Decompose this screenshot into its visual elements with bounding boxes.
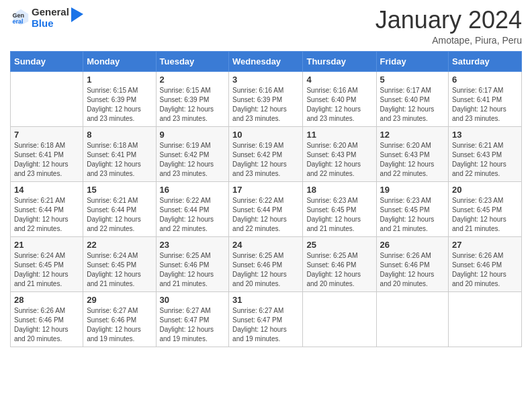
day-number: 9 — [160, 130, 226, 140]
day-number: 6 — [452, 75, 518, 85]
day-number: 2 — [160, 75, 226, 85]
calendar-cell: 16Sunrise: 6:22 AMSunset: 6:44 PMDayligh… — [156, 181, 229, 236]
calendar-week-row: 14Sunrise: 6:21 AMSunset: 6:44 PMDayligh… — [11, 181, 522, 236]
calendar-cell: 23Sunrise: 6:25 AMSunset: 6:46 PMDayligh… — [156, 236, 229, 291]
day-detail: Sunrise: 6:19 AMSunset: 6:42 PMDaylight:… — [232, 142, 287, 177]
calendar-cell: 18Sunrise: 6:23 AMSunset: 6:45 PMDayligh… — [303, 181, 376, 236]
col-thursday: Thursday — [303, 51, 376, 71]
day-number: 11 — [306, 130, 372, 140]
day-detail: Sunrise: 6:26 AMSunset: 6:46 PMDaylight:… — [452, 252, 506, 287]
month-year-title: January 2024 — [375, 7, 522, 34]
calendar-week-row: 21Sunrise: 6:24 AMSunset: 6:45 PMDayligh… — [11, 236, 522, 291]
day-number: 18 — [306, 185, 372, 195]
calendar-cell: 24Sunrise: 6:25 AMSunset: 6:46 PMDayligh… — [229, 236, 303, 291]
svg-marker-4 — [71, 7, 83, 22]
calendar-cell: 10Sunrise: 6:19 AMSunset: 6:42 PMDayligh… — [229, 126, 303, 181]
page: Gen eral General Blue January 2024 Amota… — [0, 0, 532, 411]
calendar-cell: 31Sunrise: 6:27 AMSunset: 6:47 PMDayligh… — [229, 291, 303, 347]
calendar-cell: 3Sunrise: 6:16 AMSunset: 6:39 PMDaylight… — [229, 71, 303, 126]
calendar-week-row: 28Sunrise: 6:26 AMSunset: 6:46 PMDayligh… — [11, 291, 522, 347]
day-detail: Sunrise: 6:18 AMSunset: 6:41 PMDaylight:… — [14, 142, 69, 177]
calendar-cell: 15Sunrise: 6:21 AMSunset: 6:44 PMDayligh… — [83, 181, 156, 236]
calendar-week-row: 7Sunrise: 6:18 AMSunset: 6:41 PMDaylight… — [11, 126, 522, 181]
calendar-cell: 7Sunrise: 6:18 AMSunset: 6:41 PMDaylight… — [11, 126, 83, 181]
day-detail: Sunrise: 6:27 AMSunset: 6:46 PMDaylight:… — [87, 307, 141, 342]
day-number: 30 — [160, 295, 226, 305]
day-detail: Sunrise: 6:22 AMSunset: 6:44 PMDaylight:… — [232, 197, 287, 232]
day-number: 20 — [452, 185, 518, 195]
day-detail: Sunrise: 6:16 AMSunset: 6:39 PMDaylight:… — [232, 87, 287, 122]
calendar-cell: 19Sunrise: 6:23 AMSunset: 6:45 PMDayligh… — [376, 181, 448, 236]
logo: Gen eral General Blue — [10, 7, 83, 29]
day-detail: Sunrise: 6:15 AMSunset: 6:39 PMDaylight:… — [87, 87, 141, 122]
day-detail: Sunrise: 6:20 AMSunset: 6:43 PMDaylight:… — [380, 142, 435, 177]
day-detail: Sunrise: 6:19 AMSunset: 6:42 PMDaylight:… — [160, 142, 214, 177]
calendar-cell: 11Sunrise: 6:20 AMSunset: 6:43 PMDayligh… — [303, 126, 376, 181]
calendar-cell: 1Sunrise: 6:15 AMSunset: 6:39 PMDaylight… — [83, 71, 156, 126]
calendar-cell: 2Sunrise: 6:15 AMSunset: 6:39 PMDaylight… — [156, 71, 229, 126]
day-detail: Sunrise: 6:23 AMSunset: 6:45 PMDaylight:… — [380, 197, 435, 232]
day-detail: Sunrise: 6:26 AMSunset: 6:46 PMDaylight:… — [14, 307, 69, 342]
calendar-week-row: 1Sunrise: 6:15 AMSunset: 6:39 PMDaylight… — [11, 71, 522, 126]
calendar-cell: 29Sunrise: 6:27 AMSunset: 6:46 PMDayligh… — [83, 291, 156, 347]
col-sunday: Sunday — [11, 51, 83, 71]
day-number: 1 — [87, 75, 152, 85]
calendar-cell — [376, 291, 448, 347]
calendar-cell: 25Sunrise: 6:25 AMSunset: 6:46 PMDayligh… — [303, 236, 376, 291]
calendar-cell: 21Sunrise: 6:24 AMSunset: 6:45 PMDayligh… — [11, 236, 83, 291]
calendar-cell: 20Sunrise: 6:23 AMSunset: 6:45 PMDayligh… — [449, 181, 522, 236]
day-number: 29 — [87, 295, 152, 305]
calendar-cell: 9Sunrise: 6:19 AMSunset: 6:42 PMDaylight… — [156, 126, 229, 181]
calendar-cell: 6Sunrise: 6:17 AMSunset: 6:41 PMDaylight… — [449, 71, 522, 126]
day-detail: Sunrise: 6:26 AMSunset: 6:46 PMDaylight:… — [380, 252, 435, 287]
day-number: 14 — [14, 185, 79, 195]
day-number: 3 — [232, 75, 299, 85]
day-detail: Sunrise: 6:17 AMSunset: 6:41 PMDaylight:… — [452, 87, 506, 122]
day-number: 8 — [87, 130, 152, 140]
day-number: 4 — [306, 75, 372, 85]
calendar-table: Sunday Monday Tuesday Wednesday Thursday… — [10, 51, 522, 347]
day-number: 24 — [232, 240, 299, 250]
logo-icon: Gen eral — [11, 7, 30, 26]
col-monday: Monday — [83, 51, 156, 71]
calendar-cell: 12Sunrise: 6:20 AMSunset: 6:43 PMDayligh… — [376, 126, 448, 181]
day-detail: Sunrise: 6:25 AMSunset: 6:46 PMDaylight:… — [232, 252, 287, 287]
day-detail: Sunrise: 6:17 AMSunset: 6:40 PMDaylight:… — [380, 87, 435, 122]
svg-text:eral: eral — [12, 17, 23, 24]
day-number: 23 — [160, 240, 226, 250]
calendar-cell: 26Sunrise: 6:26 AMSunset: 6:46 PMDayligh… — [376, 236, 448, 291]
calendar-cell — [303, 291, 376, 347]
day-number: 13 — [452, 130, 518, 140]
day-detail: Sunrise: 6:20 AMSunset: 6:43 PMDaylight:… — [306, 142, 361, 177]
logo-arrow-icon — [71, 7, 83, 25]
col-friday: Friday — [376, 51, 448, 71]
title-block: January 2024 Amotape, Piura, Peru — [375, 7, 522, 46]
calendar-cell — [449, 291, 522, 347]
calendar-cell: 28Sunrise: 6:26 AMSunset: 6:46 PMDayligh… — [11, 291, 83, 347]
day-detail: Sunrise: 6:16 AMSunset: 6:40 PMDaylight:… — [306, 87, 361, 122]
day-detail: Sunrise: 6:18 AMSunset: 6:41 PMDaylight:… — [87, 142, 141, 177]
day-detail: Sunrise: 6:24 AMSunset: 6:45 PMDaylight:… — [14, 252, 69, 287]
day-detail: Sunrise: 6:21 AMSunset: 6:43 PMDaylight:… — [452, 142, 506, 177]
calendar-cell: 5Sunrise: 6:17 AMSunset: 6:40 PMDaylight… — [376, 71, 448, 126]
day-detail: Sunrise: 6:21 AMSunset: 6:44 PMDaylight:… — [87, 197, 141, 232]
day-detail: Sunrise: 6:25 AMSunset: 6:46 PMDaylight:… — [306, 252, 361, 287]
calendar-cell: 30Sunrise: 6:27 AMSunset: 6:47 PMDayligh… — [156, 291, 229, 347]
col-saturday: Saturday — [449, 51, 522, 71]
calendar-cell: 8Sunrise: 6:18 AMSunset: 6:41 PMDaylight… — [83, 126, 156, 181]
col-wednesday: Wednesday — [229, 51, 303, 71]
calendar-cell: 4Sunrise: 6:16 AMSunset: 6:40 PMDaylight… — [303, 71, 376, 126]
logo-blue: Blue — [32, 18, 69, 30]
calendar-cell: 22Sunrise: 6:24 AMSunset: 6:45 PMDayligh… — [83, 236, 156, 291]
day-detail: Sunrise: 6:23 AMSunset: 6:45 PMDaylight:… — [452, 197, 506, 232]
day-number: 31 — [232, 295, 299, 305]
day-number: 17 — [232, 185, 299, 195]
day-number: 12 — [380, 130, 445, 140]
day-detail: Sunrise: 6:27 AMSunset: 6:47 PMDaylight:… — [160, 307, 214, 342]
day-number: 27 — [452, 240, 518, 250]
header: Gen eral General Blue January 2024 Amota… — [10, 7, 522, 46]
day-number: 16 — [160, 185, 226, 195]
day-number: 22 — [87, 240, 152, 250]
col-tuesday: Tuesday — [156, 51, 229, 71]
calendar-cell: 14Sunrise: 6:21 AMSunset: 6:44 PMDayligh… — [11, 181, 83, 236]
